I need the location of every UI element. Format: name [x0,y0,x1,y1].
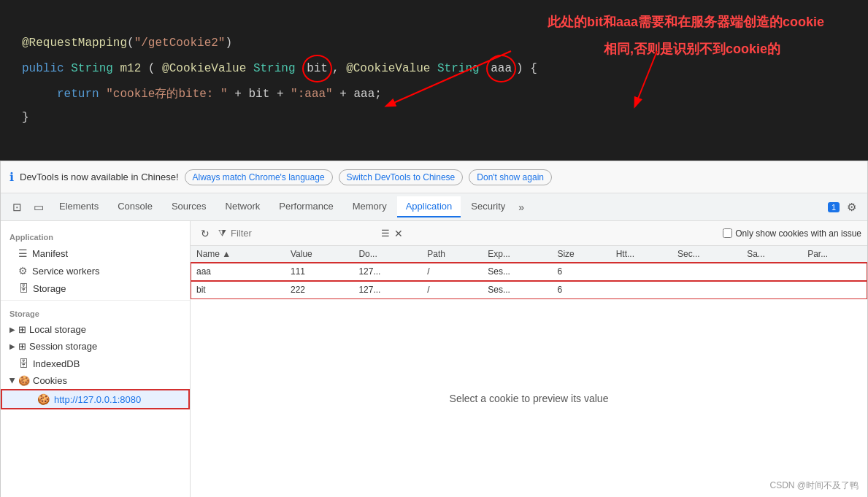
sidebar-item-service-workers[interactable]: ⚙ Service workers [1,262,190,280]
table-cell: Ses... [482,281,551,299]
cookies-triangle: ▶ [9,378,17,384]
col-name[interactable]: Name ▲ [191,246,285,263]
device-icon[interactable]: ▭ [28,197,49,217]
col-path[interactable]: Path [421,246,482,263]
settings-icon[interactable]: ⚙ [841,197,861,217]
local-storage-triangle: ▶ [9,325,15,334]
sidebar-session-storage-expand[interactable]: ▶ ⊞ Session storage [1,338,190,355]
tab-application[interactable]: Application [397,196,461,217]
cookies-table: Name ▲ Value Do... Path Exp... Size Htt.… [191,246,867,299]
refresh-button[interactable]: ↻ [196,225,214,242]
sidebar-cookies-expand[interactable]: ▶ 🍪 Cookies [1,372,190,389]
table-cell [802,263,867,281]
session-storage-triangle: ▶ [9,342,15,350]
col-size[interactable]: Size [551,246,610,263]
table-cell [741,263,802,281]
table-cell [610,263,672,281]
tab-elements[interactable]: Elements [50,196,107,217]
always-match-button[interactable]: Always match Chrome's language [185,169,333,185]
dont-show-again-button[interactable]: Don't show again [469,169,552,185]
notice-text: DevTools is now available in Chinese! [20,172,179,182]
col-domain[interactable]: Do... [353,246,421,263]
delete-icon[interactable]: ✕ [394,228,403,239]
code-annotation1: 此处的bit和aaa需要和在服务器端创造的cookie [548,13,824,31]
table-cell [672,263,741,281]
sidebar: Application ☰ Manifest ⚙ Service workers… [1,221,191,497]
col-value[interactable]: Value [285,246,353,263]
switch-language-button[interactable]: Switch DevTools to Chinese [339,169,464,185]
tab-console[interactable]: Console [109,196,161,217]
cookie-table-body: aaa111127.../Ses...6bit222127.../Ses...6 [191,263,867,299]
table-cell: aaa [191,263,285,281]
col-samesite[interactable]: Sa... [741,246,802,263]
table-cell: 6 [551,281,610,299]
tab-network[interactable]: Network [217,196,269,217]
table-cell: 222 [285,281,353,299]
manifest-icon: ☰ [18,247,28,259]
sidebar-item-storage[interactable]: 🗄 Storage [1,280,190,297]
only-issues-checkbox[interactable] [723,228,732,238]
cookies-icon: 🍪 [18,375,30,386]
cookies-table-container: Name ▲ Value Do... Path Exp... Size Htt.… [191,246,867,299]
table-cell: / [421,281,482,299]
devtools-notification-bar: ℹ DevTools is now available in Chinese! … [1,161,867,193]
sidebar-item-manifest[interactable]: ☰ Manifest [1,244,190,262]
table-cell [672,281,741,299]
clear-filter-icon[interactable]: ☰ [381,228,390,239]
main-content: Application ☰ Manifest ⚙ Service workers… [1,221,867,497]
col-partition[interactable]: Par... [802,246,867,263]
cookies-url-label: http://127.0.0.1:8080 [54,394,141,405]
col-httponly[interactable]: Htt... [610,246,672,263]
session-storage-label: Session storage [29,341,97,352]
application-section-title: Application [1,227,190,244]
service-workers-icon: ⚙ [18,265,28,277]
table-cell: 6 [551,263,610,281]
tab-memory[interactable]: Memory [344,196,396,217]
indexed-db-label: IndexedDB [33,358,80,369]
only-issues-label[interactable]: Only show cookies with an issue [723,228,861,239]
sidebar-indexed-db[interactable]: 🗄 IndexedDB [1,355,190,372]
tab-bar: ⊡ ▭ Elements Console Sources Network Per… [1,193,867,221]
issues-badge: 1 [828,202,840,212]
storage-icon: 🗄 [18,282,28,294]
sidebar-local-storage-expand[interactable]: ▶ ⊞ Local storage [1,321,190,338]
table-cell [802,281,867,299]
content-panel: ↻ ⧩ ☰ ✕ Only show cookies with an issue … [191,221,867,497]
table-header-row: Name ▲ Value Do... Path Exp... Size Htt.… [191,246,867,263]
tab-sources[interactable]: Sources [163,196,215,217]
table-row[interactable]: bit222127.../Ses...6 [191,281,867,299]
cookies-label: Cookies [33,375,67,386]
table-cell: 127... [353,281,421,299]
service-workers-label: Service workers [32,266,99,277]
session-storage-icon: ⊞ [18,341,26,352]
local-storage-label: Local storage [29,324,86,335]
filter-input[interactable] [231,228,377,239]
code-line4: } [22,106,846,129]
code-line2: public String m12 ( @CookieValue String … [22,55,846,82]
application-section: Application ☰ Manifest ⚙ Service workers… [1,227,190,297]
table-cell: / [421,263,482,281]
cookies-toolbar: ↻ ⧩ ☰ ✕ Only show cookies with an issue [191,221,867,246]
table-row[interactable]: aaa111127.../Ses...6 [191,263,867,281]
tab-performance[interactable]: Performance [270,196,342,217]
code-area: 此处的bit和aaa需要和在服务器端创造的cookie 相同,否则是识别不到co… [0,0,868,161]
col-secure[interactable]: Sec... [672,246,741,263]
more-tabs-icon[interactable]: » [515,201,527,213]
info-icon: ℹ [9,170,14,184]
only-issues-text: Only show cookies with an issue [735,228,861,239]
sidebar-cookies-url[interactable]: 🍪 http://127.0.0.1:8080 [1,389,190,409]
preview-text: Select a cookie to preview its value [450,393,609,404]
indexed-db-icon: 🗄 [18,358,28,369]
table-cell: bit [191,281,285,299]
inspect-icon[interactable]: ⊡ [7,197,27,217]
code-annotation2: 相同,否则是识别不到cookie的 [604,40,780,58]
storage-section: Storage ▶ ⊞ Local storage ▶ ⊞ Session st… [1,304,190,409]
csdn-watermark: CSDN @时间不及了鸭 [769,479,859,492]
col-expires[interactable]: Exp... [482,246,551,263]
aaa-circled: aaa [486,55,516,82]
manifest-label: Manifest [32,248,68,259]
tab-security[interactable]: Security [462,196,514,217]
local-storage-icon: ⊞ [18,324,26,335]
sidebar-divider [1,300,190,301]
bit-circled: bit [302,55,332,82]
